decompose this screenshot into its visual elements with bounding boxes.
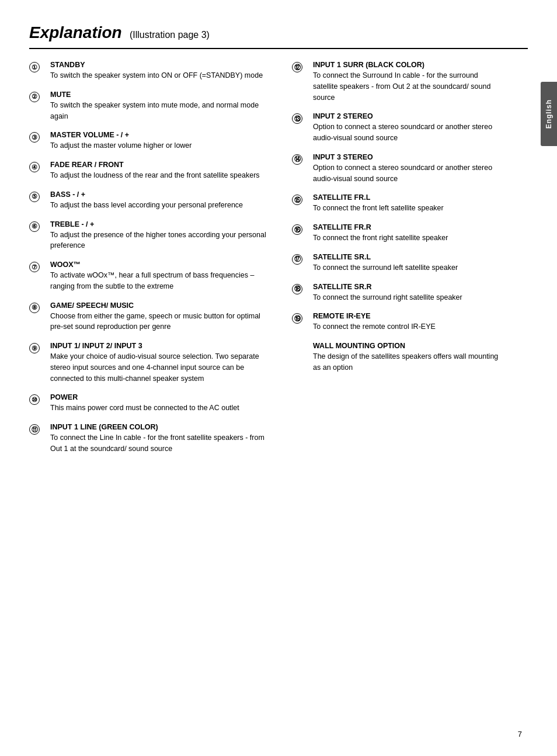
item-content: REMOTE IR-EYE To connect the remote cont… <box>313 312 502 332</box>
circle-number: ⑰ <box>292 254 302 265</box>
circle-number: ② <box>29 92 40 102</box>
list-item: ⑤ BASS - / + To adjust the bass level ac… <box>29 190 274 211</box>
item-desc: To connect the front left satellite spea… <box>313 203 502 214</box>
item-desc: To adjust the presence of the higher ton… <box>50 230 274 252</box>
item-number: ⑤ <box>29 190 46 202</box>
circle-number: ⑲ <box>292 313 302 324</box>
item-desc: Choose from either the game, speech or m… <box>50 311 274 333</box>
item-desc: To connect the remote control IR-EYE <box>313 321 502 332</box>
item-label: GAME/ SPEECH/ MUSIC <box>50 301 274 310</box>
item-number: ⑥ <box>29 220 46 232</box>
list-item: ⑬ INPUT 2 STEREO Option to connect a ste… <box>292 112 502 144</box>
item-content: TREBLE - / + To adjust the presence of t… <box>50 220 274 252</box>
list-item: ④ FADE REAR / FRONT To adjust the loudne… <box>29 161 274 181</box>
circle-number: ⑤ <box>29 192 40 202</box>
item-content: MUTE To switch the speaker system into m… <box>50 91 274 122</box>
circle-number: ⑱ <box>292 284 302 294</box>
language-tab: English <box>541 82 557 146</box>
item-content: SATELLITE SR.L To connect the surround l… <box>313 253 502 273</box>
item-desc: Option to connect a stereo soundcard or … <box>313 162 502 185</box>
item-label: BASS - / + <box>50 190 274 199</box>
item-content: INPUT 1 SURR (BLACK COLOR) To connect th… <box>313 61 502 103</box>
circle-number: ⑪ <box>29 424 40 435</box>
list-item: ⑩ POWER This mains power cord must be co… <box>29 393 274 414</box>
item-label: INPUT 2 STEREO <box>313 112 502 120</box>
circle-number: ⑦ <box>29 262 40 272</box>
item-label: INPUT 3 STEREO <box>313 153 502 161</box>
list-item: ⑫ INPUT 1 SURR (BLACK COLOR) To connect … <box>292 61 502 103</box>
item-desc: To connect the surround right satellite … <box>313 292 502 303</box>
item-label: POWER <box>50 393 274 401</box>
item-number: ① <box>29 61 46 72</box>
circle-number: ⑨ <box>29 343 40 353</box>
item-desc: To connect the Line In cable - for the f… <box>50 432 274 455</box>
item-desc: This mains power cord must be connected … <box>50 403 274 414</box>
item-content: MASTER VOLUME - / + To adjust the master… <box>50 131 274 151</box>
item-label: SATELLITE SR.L <box>313 253 502 261</box>
item-label: MUTE <box>50 91 274 99</box>
item-content: GAME/ SPEECH/ MUSIC Choose from either t… <box>50 301 274 333</box>
item-content: wOOx™ To activate wOOx™, hear a full spe… <box>50 261 274 292</box>
item-number: ⑩ <box>29 393 46 405</box>
circle-number: ③ <box>29 132 40 143</box>
list-item: ① STANDBY To switch the speaker system i… <box>29 61 274 81</box>
list-item: ③ MASTER VOLUME - / + To adjust the mast… <box>29 131 274 151</box>
list-item: ⑭ INPUT 3 STEREO Option to connect a ste… <box>292 153 502 185</box>
circle-number: ⑮ <box>292 195 302 205</box>
item-number: ② <box>29 91 46 102</box>
item-content: STANDBY To switch the speaker system int… <box>50 61 274 81</box>
left-column: ① STANDBY To switch the speaker system i… <box>29 61 274 464</box>
item-content: POWER This mains power cord must be conn… <box>50 393 274 414</box>
item-desc: To activate wOOx™, hear a full spectrum … <box>50 270 274 292</box>
item-number: ⑯ <box>292 223 308 235</box>
list-item: ⑮ SATELLITE FR.L To connect the front le… <box>292 193 502 214</box>
item-number: ⑦ <box>29 261 46 272</box>
item-desc: To switch the speaker system into ON or … <box>50 70 274 81</box>
item-content: FADE REAR / FRONT To adjust the loudness… <box>50 161 274 181</box>
list-item: ⑱ SATELLITE SR.R To connect the surround… <box>292 283 502 303</box>
circle-number: ④ <box>29 162 40 172</box>
title-section: Explanation (Illustration page 3) <box>29 23 528 49</box>
list-item: ⑦ wOOx™ To activate wOOx™, hear a full s… <box>29 261 274 292</box>
item-content: SATELLITE SR.R To connect the surround r… <box>313 283 502 303</box>
item-number: ⑨ <box>29 342 46 353</box>
circle-number: ⑧ <box>29 303 40 313</box>
item-desc: To connect the Surround In cable - for t… <box>313 70 502 103</box>
item-desc: Make your choice of audio-visual source … <box>50 351 274 384</box>
page-number: 7 <box>518 730 522 738</box>
list-item: ⑨ INPUT 1/ INPUT 2/ INPUT 3 Make your ch… <box>29 342 274 384</box>
circle-number: ⑯ <box>292 224 302 235</box>
item-desc: To adjust the master volume higher or lo… <box>50 140 274 151</box>
page-title: Explanation (Illustration page 3) <box>29 23 528 42</box>
item-number: ⑱ <box>292 283 308 294</box>
item-label: INPUT 1 LINE (GREEN COLOR) <box>50 423 274 431</box>
wall-mounting-label: WALL MOUNTING OPTION <box>292 342 502 350</box>
circle-number: ⑩ <box>29 394 40 405</box>
item-content: INPUT 3 STEREO Option to connect a stere… <box>313 153 502 185</box>
circle-number: ① <box>29 62 40 72</box>
item-label: INPUT 1 SURR (BLACK COLOR) <box>313 61 502 69</box>
item-label: STANDBY <box>50 61 274 69</box>
item-content: BASS - / + To adjust the bass level acco… <box>50 190 274 211</box>
item-label: wOOx™ <box>50 261 274 269</box>
item-desc: To adjust the loudness of the rear and t… <box>50 170 274 181</box>
item-desc: Option to connect a stereo soundcard or … <box>313 122 502 144</box>
list-item: ⑯ SATELLITE FR.R To connect the front ri… <box>292 223 502 244</box>
item-label: SATELLITE SR.R <box>313 283 502 291</box>
list-item: ⑥ TREBLE - / + To adjust the presence of… <box>29 220 274 252</box>
list-item: ② MUTE To switch the speaker system into… <box>29 91 274 122</box>
item-number: ⑧ <box>29 301 46 313</box>
item-number: ⑮ <box>292 193 308 205</box>
item-label: MASTER VOLUME - / + <box>50 131 274 139</box>
item-label: TREBLE - / + <box>50 220 274 228</box>
item-number: ③ <box>29 131 46 143</box>
circle-number: ⑥ <box>29 221 40 232</box>
item-content: INPUT 1/ INPUT 2/ INPUT 3 Make your choi… <box>50 342 274 384</box>
item-desc: To connect the front right satellite spe… <box>313 233 502 244</box>
list-item: ⑰ SATELLITE SR.L To connect the surround… <box>292 253 502 273</box>
item-label: INPUT 1/ INPUT 2/ INPUT 3 <box>50 342 274 350</box>
language-label: English <box>545 99 553 129</box>
item-desc: To connect the surround left satellite s… <box>313 262 502 273</box>
item-number: ④ <box>29 161 46 172</box>
list-item: ⑧ GAME/ SPEECH/ MUSIC Choose from either… <box>29 301 274 333</box>
